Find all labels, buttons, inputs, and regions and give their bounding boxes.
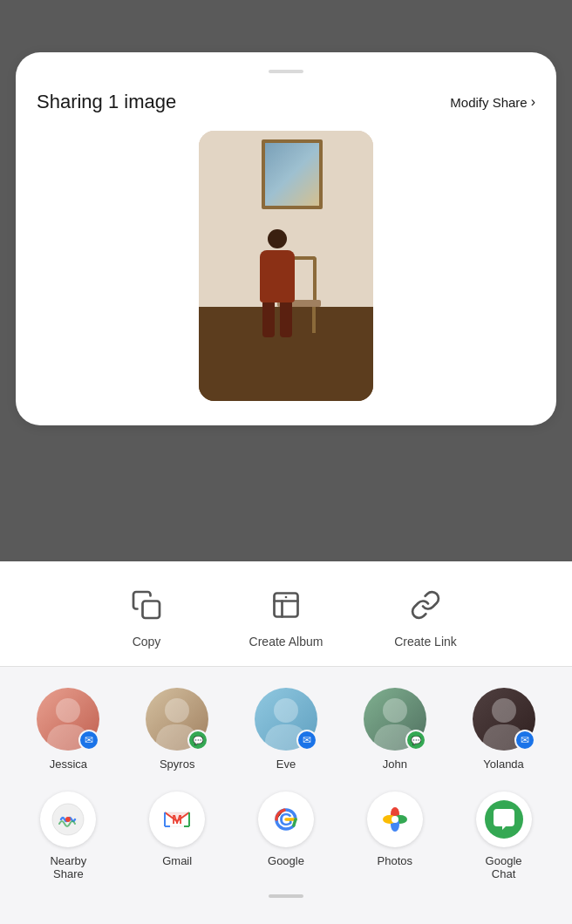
photo-background (199, 131, 373, 401)
sheet-container: Sharing 1 image Modify Share › (0, 0, 572, 924)
app-photos[interactable]: Photos (347, 792, 443, 880)
contact-john[interactable]: 💬 John (347, 688, 443, 771)
photos-icon (367, 792, 423, 847)
contact-spyros-badge: 💬 (187, 730, 208, 751)
svg-rect-0 (143, 601, 160, 619)
create-link-button[interactable]: Create Link (356, 582, 495, 649)
apps-row: NearbyShare (0, 781, 572, 887)
contact-yolanda-avatar-wrap: ✉ (473, 688, 535, 751)
contact-spyros-avatar-wrap: 💬 (146, 688, 208, 751)
chat-icon: 💬 (193, 736, 203, 745)
contact-jessica-name: Jessica (50, 758, 87, 771)
google-chat-label: GoogleChat (486, 854, 522, 880)
album-icon (263, 582, 309, 628)
photo-figure (251, 229, 303, 334)
photos-label: Photos (378, 854, 412, 867)
actions-row: Copy Create Album (0, 561, 572, 667)
contacts-row: ✉ Jessica 💬 Spyros (0, 667, 572, 781)
drag-handle (269, 70, 303, 73)
google-chat-icon (476, 792, 532, 847)
svg-point-3 (65, 817, 71, 822)
nearby-share-label: NearbyShare (50, 854, 86, 880)
svg-point-17 (392, 816, 398, 823)
contact-jessica-badge: ✉ (78, 730, 99, 751)
message-icon: ✉ (303, 734, 311, 746)
contact-eve-avatar-wrap: ✉ (255, 688, 317, 751)
modify-share-label: Modify Share (450, 95, 527, 110)
chat-icon: 💬 (411, 736, 421, 745)
photo-painting (262, 139, 323, 209)
copy-label: Copy (133, 635, 161, 649)
app-google[interactable]: G Google (238, 792, 334, 880)
header-row: Sharing 1 image Modify Share › (37, 91, 535, 113)
top-card: Sharing 1 image Modify Share › (16, 52, 556, 425)
chevron-icon: › (531, 94, 535, 110)
gmail-label: Gmail (162, 854, 192, 867)
bottom-handle (269, 894, 303, 898)
gmail-icon: M (149, 792, 205, 847)
image-preview (199, 131, 373, 401)
contact-yolanda-badge: ✉ (514, 730, 535, 751)
google-label: Google (268, 854, 304, 867)
contact-john-badge: 💬 (405, 730, 426, 751)
contact-eve-name: Eve (276, 758, 296, 771)
copy-icon (124, 582, 169, 628)
contact-john-avatar-wrap: 💬 (364, 688, 426, 751)
create-album-label: Create Album (249, 635, 323, 649)
app-nearby-share[interactable]: NearbyShare (20, 792, 116, 880)
google-icon: G (258, 792, 314, 847)
sharing-title: Sharing 1 image (37, 91, 176, 113)
message-icon: ✉ (521, 734, 529, 746)
svg-text:M: M (172, 812, 182, 826)
contact-yolanda-name: Yolanda (483, 758, 524, 771)
link-icon (403, 582, 448, 628)
contact-eve-badge: ✉ (296, 730, 317, 751)
copy-button[interactable]: Copy (77, 582, 216, 649)
contact-eve[interactable]: ✉ Eve (238, 688, 334, 771)
contact-jessica-avatar-wrap: ✉ (37, 688, 99, 751)
create-album-button[interactable]: Create Album (216, 582, 356, 649)
contact-spyros[interactable]: 💬 Spyros (129, 688, 225, 771)
contact-jessica[interactable]: ✉ Jessica (20, 688, 116, 771)
contact-yolanda[interactable]: ✉ Yolanda (456, 688, 552, 771)
contact-spyros-name: Spyros (160, 758, 194, 771)
nearby-share-icon (40, 792, 96, 847)
contact-john-name: John (383, 758, 407, 771)
message-icon: ✉ (85, 734, 93, 746)
create-link-label: Create Link (394, 635, 457, 649)
app-gmail[interactable]: M Gmail (129, 792, 225, 880)
app-google-chat[interactable]: GoogleChat (456, 792, 552, 880)
bottom-sheet: Copy Create Album (0, 561, 572, 924)
modify-share-button[interactable]: Modify Share › (450, 94, 535, 110)
